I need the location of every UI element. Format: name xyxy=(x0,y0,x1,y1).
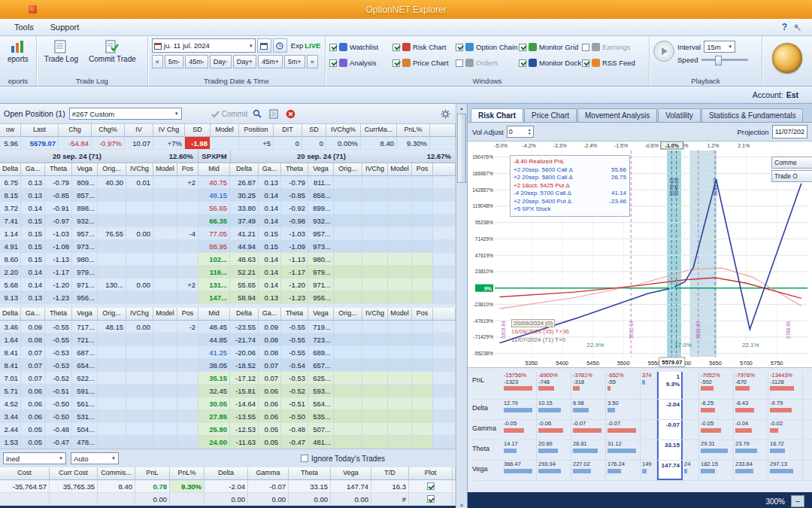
cell[interactable]: 8.40 xyxy=(361,137,397,150)
cell[interactable] xyxy=(334,253,362,266)
cell[interactable]: 35.15 xyxy=(198,372,230,385)
cell[interactable] xyxy=(433,372,456,385)
cell[interactable] xyxy=(412,253,433,266)
cell[interactable]: 0.05 xyxy=(259,423,281,436)
column-header[interactable]: IVChg xyxy=(126,163,153,176)
cell[interactable] xyxy=(177,240,198,253)
cell[interactable] xyxy=(433,227,456,240)
cell[interactable] xyxy=(388,278,412,291)
column-header[interactable]: Chg% xyxy=(92,124,125,137)
cell[interactable]: 3.72 xyxy=(0,202,21,214)
scrollbar-thumb[interactable] xyxy=(457,114,466,183)
cell[interactable] xyxy=(126,410,153,423)
cell[interactable] xyxy=(98,333,126,346)
cell[interactable]: 102... xyxy=(198,253,230,266)
cell[interactable]: -0.51 xyxy=(45,385,72,397)
cell[interactable]: 5.71 xyxy=(0,385,21,397)
cell[interactable] xyxy=(388,202,412,214)
cell[interactable] xyxy=(177,346,198,359)
cell[interactable] xyxy=(388,359,412,372)
window-toggle-monitor-grid[interactable]: Monitor Grid xyxy=(519,40,582,54)
cell[interactable]: -2 xyxy=(177,321,198,333)
cell[interactable] xyxy=(153,278,177,291)
cell[interactable]: 48.15 xyxy=(198,189,230,202)
cell[interactable]: 723... xyxy=(308,333,334,346)
nav-5m-[interactable]: 5m+ xyxy=(284,55,305,68)
cell[interactable]: 0.05 xyxy=(21,423,45,436)
cell[interactable]: 52.21 xyxy=(230,266,259,278)
cell[interactable] xyxy=(98,266,126,278)
cell[interactable] xyxy=(126,214,153,227)
cell[interactable]: 0.13 xyxy=(259,291,281,304)
cell[interactable]: -0.55 xyxy=(45,321,72,333)
interval-select[interactable]: 15m▼ xyxy=(704,41,735,53)
cell[interactable] xyxy=(126,372,153,385)
cell[interactable] xyxy=(334,214,362,227)
column-header[interactable]: IVChg% xyxy=(326,124,361,137)
cell[interactable]: 32.45 xyxy=(198,385,230,397)
cell[interactable] xyxy=(126,333,153,346)
cell[interactable] xyxy=(126,397,153,410)
cell[interactable] xyxy=(388,214,412,227)
column-header[interactable]: Plot xyxy=(409,467,453,480)
cell[interactable] xyxy=(388,436,412,449)
column-header[interactable]: Ga... xyxy=(21,308,45,321)
cell[interactable]: 44.85 xyxy=(198,333,230,346)
cell[interactable]: 0.00 xyxy=(126,278,153,291)
cell[interactable]: 9.30% xyxy=(170,480,205,493)
column-header[interactable]: Model xyxy=(388,308,412,321)
cell[interactable] xyxy=(362,410,388,423)
window-toggle-option-chain[interactable]: Option Chain xyxy=(456,40,519,54)
cell[interactable] xyxy=(388,253,412,266)
cell[interactable] xyxy=(433,214,456,227)
cell[interactable]: 657... xyxy=(308,359,334,372)
cell[interactable] xyxy=(362,321,388,333)
cell[interactable]: 0.13 xyxy=(21,291,45,304)
cell[interactable] xyxy=(153,359,177,372)
cell[interactable]: -0.85 xyxy=(281,189,308,202)
cell[interactable]: 2.44 xyxy=(0,423,21,436)
cell[interactable] xyxy=(98,346,126,359)
vol-adjust-spinner[interactable]: 0 ▲▼ xyxy=(507,126,534,138)
cell[interactable]: -20.06 xyxy=(230,346,259,359)
column-header[interactable]: Vega xyxy=(331,467,371,480)
cell[interactable]: 0.14 xyxy=(259,189,281,202)
cell[interactable] xyxy=(388,227,412,240)
column-header[interactable]: Model xyxy=(211,124,239,137)
cell[interactable] xyxy=(153,189,177,202)
tab-volatility[interactable]: Volatility xyxy=(658,108,701,122)
cell[interactable] xyxy=(433,291,456,304)
column-header[interactable]: DIT xyxy=(274,124,302,137)
strategy-select[interactable]: #267 Custom▼ xyxy=(69,108,182,120)
cell[interactable] xyxy=(153,240,177,253)
cell[interactable]: 857... xyxy=(72,189,98,202)
speed-slider[interactable] xyxy=(701,59,748,61)
column-header[interactable]: Chg xyxy=(59,124,92,137)
column-header[interactable]: Orig... xyxy=(334,163,362,176)
cell[interactable]: 33.80 xyxy=(230,202,259,214)
cell[interactable]: 56.65 xyxy=(198,202,230,214)
cell[interactable]: 0.00 xyxy=(289,493,331,506)
cell[interactable] xyxy=(388,423,412,436)
cell[interactable] xyxy=(334,359,362,372)
cell[interactable] xyxy=(362,214,388,227)
cell[interactable] xyxy=(177,189,198,202)
cell[interactable] xyxy=(412,202,433,214)
commit-trade-button[interactable]: Commit Trade xyxy=(85,38,140,65)
tab-statistics-fundamentals[interactable]: Statistics & Fundamentals xyxy=(701,108,804,122)
commit-button[interactable]: Commit xyxy=(211,110,247,118)
column-header[interactable]: Theta xyxy=(45,308,72,321)
cell[interactable]: 979... xyxy=(72,266,98,278)
cell[interactable] xyxy=(177,253,198,266)
cell[interactable]: 5.68 xyxy=(0,278,21,291)
cell[interactable]: 687... xyxy=(72,346,98,359)
cell[interactable]: -14.64 xyxy=(230,397,259,410)
cell[interactable]: -0.53 xyxy=(281,372,308,385)
cell[interactable]: -0.50 xyxy=(281,410,308,423)
cell[interactable]: 8.41 xyxy=(0,359,21,372)
cell[interactable]: 77.05 xyxy=(198,227,230,240)
column-header[interactable]: Vega xyxy=(308,308,334,321)
cell[interactable]: 41.25 xyxy=(198,346,230,359)
cell[interactable]: 0.14 xyxy=(21,278,45,291)
nav-45m-[interactable]: 45m- xyxy=(185,55,208,68)
